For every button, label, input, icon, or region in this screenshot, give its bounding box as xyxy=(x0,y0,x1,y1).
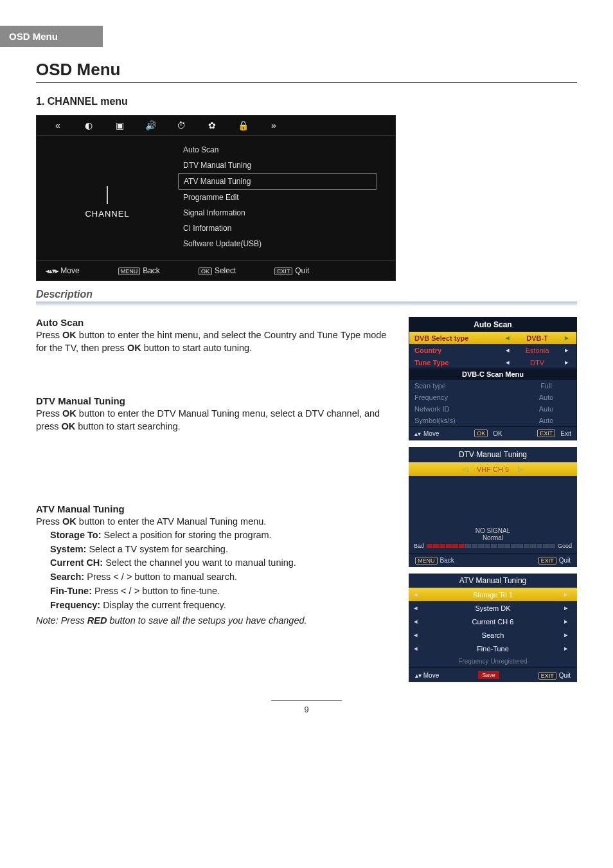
auto-scan-body: Press OK button to enter the hint menu, … xyxy=(36,329,392,354)
right-arrow-icon[interactable]: ▸ xyxy=(564,617,572,626)
panel-row-dim: FrequencyAuto xyxy=(409,392,576,403)
sound-tab-icon: 🔊 xyxy=(145,120,156,131)
panel-footer: MENUBack EXITQuit xyxy=(409,553,577,567)
footer-back: MENUBack xyxy=(118,266,160,275)
menu-item-selected[interactable]: ATV Manual Tuning xyxy=(178,173,377,190)
menu-item[interactable]: Programme Edit xyxy=(178,190,377,205)
dtv-section: DTV Manual Tuning Press OK button to ent… xyxy=(36,395,392,433)
page-number: 9 xyxy=(271,700,342,714)
menu-item[interactable]: Software Update(USB) xyxy=(178,236,377,251)
setup-tab-icon: ✿ xyxy=(206,120,218,131)
tab-arrow-right-icon: » xyxy=(268,120,280,131)
atv-frequency: Frequency Unregistered xyxy=(409,655,577,667)
right-arrow-icon[interactable]: ▸ xyxy=(562,358,571,366)
menu-item[interactable]: Auto Scan xyxy=(178,142,377,158)
dtv-heading: DTV Manual Tuning xyxy=(36,395,392,406)
exit-key-icon: EXIT xyxy=(538,672,556,680)
atv-note: Note: Press RED button to save all the s… xyxy=(36,615,392,628)
dtv-body: Press OK button to enter the DTV Manual … xyxy=(36,408,392,433)
title-rule xyxy=(36,82,577,83)
panel-title: Auto Scan xyxy=(409,318,576,332)
atv-intro: Press OK button to enter the ATV Manual … xyxy=(36,516,392,529)
atv-line-selected[interactable]: ◂Storage To 1▸ xyxy=(409,588,577,601)
right-arrow-icon[interactable]: ▷ xyxy=(518,465,523,473)
right-arrow-icon[interactable]: ▸ xyxy=(564,631,572,639)
left-arrow-icon[interactable]: ◂ xyxy=(414,644,422,653)
left-arrow-icon[interactable]: ◂ xyxy=(503,346,512,354)
dtv-panel: DTV Manual Tuning ◁ VHF CH 5 ▷ NO SIGNAL… xyxy=(409,447,577,567)
footer-move: ◂▴▾▸ Move xyxy=(46,266,80,275)
menu-item[interactable]: DTV Manual Tuning xyxy=(178,158,377,173)
left-arrow-icon[interactable]: ◂ xyxy=(414,590,422,599)
atv-line[interactable]: ◂Current CH 6▸ xyxy=(409,615,577,628)
screen-tab-icon: ▣ xyxy=(114,120,125,131)
atv-heading: ATV Manual Tuning xyxy=(36,503,392,514)
ok-key-icon: OK xyxy=(474,429,488,437)
channel-menu-screenshot: « ◐ ▣ 🔊 ⏱ ✿ 🔒 » CHANNEL Auto Scan DTV Ma… xyxy=(36,115,396,281)
left-arrow-icon[interactable]: ◂ xyxy=(414,631,422,639)
panel-row[interactable]: Tune Type ◂ DTV ▸ xyxy=(409,356,576,368)
left-arrow-icon[interactable]: ◂ xyxy=(503,334,512,342)
right-arrow-icon[interactable]: ▸ xyxy=(562,334,571,342)
tab-arrow-left-icon: « xyxy=(52,120,64,131)
panel-row[interactable]: Country ◂ Estonia ▸ xyxy=(409,344,576,356)
ok-key-icon: OK xyxy=(199,267,212,275)
right-arrow-icon[interactable]: ▸ xyxy=(564,604,572,612)
signal-bar: Bad Good xyxy=(409,541,577,553)
menu-key-icon: MENU xyxy=(415,557,438,565)
atv-line[interactable]: ◂System DK▸ xyxy=(409,601,577,615)
updown-icon: ▴▾ xyxy=(415,672,422,679)
updown-icon: ▴▾ xyxy=(414,430,421,437)
lock-tab-icon: 🔒 xyxy=(237,120,249,131)
description-rule xyxy=(36,302,577,305)
menu-category-pane: CHANNEL xyxy=(37,138,178,255)
panel-subhead: DVB-C Scan Menu xyxy=(409,368,576,380)
auto-scan-section: Auto Scan Press OK button to enter the h… xyxy=(36,317,392,354)
right-arrow-icon[interactable]: ▸ xyxy=(564,644,572,653)
left-arrow-icon[interactable]: ◂ xyxy=(414,604,422,612)
panel-row-dim: Scan typeFull xyxy=(409,380,576,392)
save-badge: Save xyxy=(478,671,499,679)
picture-tab-icon: ◐ xyxy=(83,120,94,131)
dtv-channel-value: VHF CH 5 xyxy=(477,466,509,473)
panel-row-dim: Symbol(ks/s)Auto xyxy=(409,415,576,426)
menu-item[interactable]: CI Information xyxy=(178,221,377,236)
atv-def: System: Select a TV system for searching… xyxy=(50,543,392,557)
atv-line[interactable]: ◂Search▸ xyxy=(409,628,577,642)
exit-key-icon: EXIT xyxy=(274,267,292,275)
atv-section: ATV Manual Tuning Press OK button to ent… xyxy=(36,503,392,628)
footer-quit: EXITQuit xyxy=(274,266,309,275)
menu-category-label: CHANNEL xyxy=(85,209,129,219)
panel-footer: ▴▾Move OKOK EXITExit xyxy=(409,426,576,440)
atv-panel: ATV Manual Tuning ◂Storage To 1▸ ◂System… xyxy=(409,574,577,682)
menu-tab-bar: « ◐ ▣ 🔊 ⏱ ✿ 🔒 » xyxy=(37,116,395,136)
atv-definitions: Storage To: Select a position for storin… xyxy=(50,529,392,613)
atv-def: Fin-Tune: Press < / > button to fine-tun… xyxy=(50,584,392,599)
exit-key-icon: EXIT xyxy=(537,429,555,437)
signal-label: NO SIGNALNormal xyxy=(409,526,577,541)
time-tab-icon: ⏱ xyxy=(175,120,187,131)
right-arrow-icon[interactable]: ▸ xyxy=(562,346,571,354)
panel-row-selected[interactable]: DVB Select type ◂ DVB-T ▸ xyxy=(409,332,576,344)
section-channel-menu: 1. CHANNEL menu xyxy=(36,96,577,107)
dtv-channel-picker[interactable]: ◁ VHF CH 5 ▷ xyxy=(409,462,577,476)
auto-scan-panel: Auto Scan DVB Select type ◂ DVB-T ▸ Coun… xyxy=(409,317,577,440)
page-title: OSD Menu xyxy=(36,60,577,80)
left-arrow-icon[interactable]: ◂ xyxy=(414,617,422,626)
left-arrow-icon[interactable]: ◁ xyxy=(463,465,468,473)
menu-item[interactable]: Signal Information xyxy=(178,205,377,221)
panel-title: ATV Manual Tuning xyxy=(409,574,577,588)
dtv-empty-area xyxy=(409,476,577,526)
menu-item-list: Auto Scan DTV Manual Tuning ATV Manual T… xyxy=(178,138,395,255)
atv-def: Search: Press < / > button to manual sea… xyxy=(50,570,392,584)
auto-scan-heading: Auto Scan xyxy=(36,317,392,328)
panel-footer: ▴▾ Move Save EXITQuit xyxy=(409,667,577,682)
right-arrow-icon[interactable]: ▸ xyxy=(564,590,572,599)
panel-row-dim: Network IDAuto xyxy=(409,403,576,415)
dpad-icon: ◂▴▾▸ xyxy=(46,267,58,275)
signal-segments xyxy=(427,544,555,548)
atv-line[interactable]: ◂Fine-Tune▸ xyxy=(409,642,577,655)
left-arrow-icon[interactable]: ◂ xyxy=(503,358,512,366)
atv-def: Frequency: Display the current frequency… xyxy=(50,599,392,613)
description-label: Description xyxy=(36,289,577,300)
